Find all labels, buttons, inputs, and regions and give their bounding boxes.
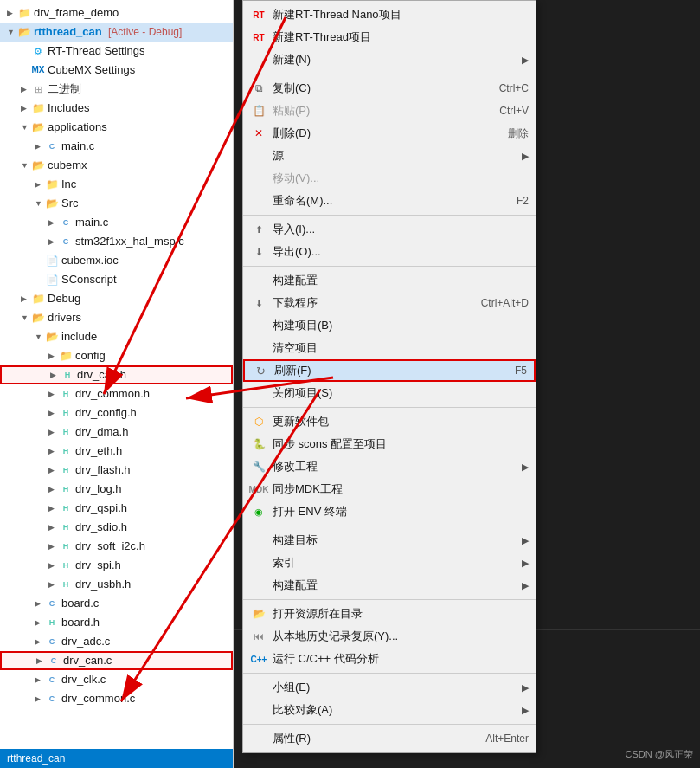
submenu-arrow: ▶ — [522, 558, 529, 569]
generic-file-icon: 📄 — [45, 273, 59, 287]
scons-icon: 🐍 — [250, 436, 267, 453]
tree-item-applications[interactable]: ▼ 📂 applications — [0, 118, 233, 137]
tree-item-src[interactable]: ▼ 📂 Src — [0, 194, 233, 213]
menu-item-open-source-dir[interactable]: 📂 打开资源所在目录 — [243, 603, 536, 625]
tree-label: board.c — [61, 594, 99, 613]
tree-item-drv-flash-h[interactable]: ▶ H drv_flash.h — [0, 461, 233, 480]
tree-item-rtthread-can[interactable]: ▼ 📂 rtthread_can [Active - Debug] — [0, 23, 233, 42]
menu-label: 更新软件包 — [273, 414, 529, 429]
menu-item-delete[interactable]: ✕ 删除(D) 删除 — [243, 122, 536, 145]
tree-item-drv-log-h[interactable]: ▶ H drv_log.h — [0, 480, 233, 499]
tree-item-board-h[interactable]: ▶ H board.h — [0, 613, 233, 632]
menu-item-properties[interactable]: 属性(R) Alt+Enter — [243, 727, 536, 750]
folder-icon: 📁 — [31, 101, 45, 115]
tree-item-drv-adc-c[interactable]: ▶ C drv_adc.c — [0, 632, 233, 651]
tree-arrow: ▶ — [48, 580, 59, 589]
menu-label: 比较对象(A) — [273, 702, 515, 718]
tree-label: Inc — [61, 175, 76, 194]
tree-item-drv-can-c[interactable]: ▶ C drv_can.c — [0, 651, 233, 670]
menu-item-update-software[interactable]: ⬡ 更新软件包 — [243, 410, 536, 433]
menu-item-open-env[interactable]: ◉ 打开 ENV 终端 — [243, 500, 536, 523]
tree-item-drv-soft-i2c-h[interactable]: ▶ H drv_soft_i2c.h — [0, 537, 233, 556]
status-bar-label: rtthread_can — [7, 752, 65, 765]
menu-item-close-project[interactable]: 关闭项目(S) — [243, 382, 536, 404]
tree-item-drv-spi-h[interactable]: ▶ H drv_spi.h — [0, 556, 233, 575]
tree-item-binary[interactable]: ▶ ⊞ 二进制 — [0, 80, 233, 99]
tree-item-drv-qspi-h[interactable]: ▶ H drv_qspi.h — [0, 499, 233, 518]
menu-item-copy[interactable]: ⧉ 复制(C) Ctrl+C — [243, 77, 536, 100]
menu-item-sync-scons[interactable]: 🐍 同步 scons 配置至项目 — [243, 433, 536, 455]
tree-item-drivers[interactable]: ▼ 📂 drivers — [0, 308, 233, 327]
menu-label: 新建RT-Thread Nano项目 — [273, 7, 529, 23]
menu-item-compare[interactable]: 比较对象(A) ▶ — [243, 699, 536, 721]
tree-item-drv-common-c[interactable]: ▶ C drv_common.c — [0, 689, 233, 708]
tree-arrow: ▶ — [21, 85, 31, 94]
menu-item-restore-local[interactable]: ⏮ 从本地历史记录复原(Y)... — [243, 625, 536, 648]
binary-icon: ⊞ — [31, 82, 45, 96]
tree-arrow: ▶ — [50, 371, 61, 379]
tree-item-cubemx-settings[interactable]: MX CubeMX Settings — [0, 61, 233, 80]
tree-item-main-c-src[interactable]: ▶ C main.c — [0, 213, 233, 232]
c-file-icon: C — [47, 654, 61, 668]
modify-icon: 🔧 — [250, 458, 267, 475]
menu-item-new-sub[interactable]: 新建(N) ▶ — [243, 48, 536, 71]
h-file-icon: H — [59, 520, 73, 534]
menu-item-build-project[interactable]: 构建项目(B) — [243, 314, 536, 337]
tree-item-inc[interactable]: ▶ 📁 Inc — [0, 175, 233, 194]
tree-item-drv-dma-h[interactable]: ▶ H drv_dma.h — [0, 423, 233, 442]
c-file-icon: C — [45, 692, 59, 706]
menu-item-build-config[interactable]: 构建配置 — [243, 269, 536, 292]
delete-icon: ✕ — [250, 125, 267, 142]
tree-item-config[interactable]: ▶ 📁 config — [0, 346, 233, 365]
menu-item-build-target[interactable]: 构建目标 ▶ — [243, 529, 536, 552]
tree-label: board.h — [61, 613, 100, 632]
tree-item-drv-common-h[interactable]: ▶ H drv_common.h — [0, 384, 233, 403]
tree-arrow: ▶ — [48, 485, 59, 494]
menu-item-new-nano[interactable]: RT 新建RT-Thread Nano项目 — [243, 3, 536, 26]
h-file-icon: H — [59, 578, 73, 591]
empty-icon — [250, 532, 267, 549]
menu-item-group[interactable]: 小组(E) ▶ — [243, 676, 536, 699]
tree-item-cubemx-ioc[interactable]: 📄 cubemx.ioc — [0, 251, 233, 270]
menu-label: 构建配置 — [273, 578, 515, 593]
tree-item-drv-sdio-h[interactable]: ▶ H drv_sdio.h — [0, 518, 233, 537]
menu-item-source[interactable]: 源 ▶ — [243, 145, 536, 167]
tree-item-include[interactable]: ▼ 📂 include — [0, 327, 233, 346]
menu-item-run-cpp[interactable]: C++ 运行 C/C++ 代码分析 — [243, 648, 536, 670]
tree-label: CubeMX Settings — [48, 61, 135, 80]
tree-item-drv-frame-demo[interactable]: ▶ 📁 drv_frame_demo — [0, 3, 233, 23]
tree-item-main-c-app[interactable]: ▶ C main.c — [0, 137, 233, 156]
tree-item-drv-clk-c[interactable]: ▶ C drv_clk.c — [0, 670, 233, 689]
generic-file-icon: 📄 — [45, 254, 59, 268]
c-file-icon: C — [45, 673, 59, 687]
menu-item-build-config-2[interactable]: 构建配置 ▶ — [243, 574, 536, 597]
tree-item-drv-usbh-h[interactable]: ▶ H drv_usbh.h — [0, 575, 233, 594]
tree-item-sconscript[interactable]: 📄 SConscript — [0, 270, 233, 289]
menu-item-modify-project[interactable]: 🔧 修改工程 ▶ — [243, 455, 536, 478]
tree-item-drv-eth-h[interactable]: ▶ H drv_eth.h — [0, 442, 233, 461]
menu-item-index[interactable]: 索引 ▶ — [243, 552, 536, 574]
tree-label: drv_common.c — [61, 689, 135, 708]
menu-item-clean-project[interactable]: 清空项目 — [243, 337, 536, 359]
menu-item-export[interactable]: ⬇ 导出(O)... — [243, 241, 536, 263]
tree-item-stm32-hal[interactable]: ▶ C stm32f1xx_hal_msp.c — [0, 232, 233, 251]
menu-item-refresh[interactable]: ↻ 刷新(F) F5 — [243, 359, 536, 382]
tree-item-rt-thread-settings[interactable]: ⚙ RT-Thread Settings — [0, 42, 233, 61]
empty-icon — [250, 577, 267, 594]
tree-item-debug[interactable]: ▶ 📁 Debug — [0, 289, 233, 308]
tree-item-drv-can-h[interactable]: ▶ H drv_can.h — [0, 365, 233, 384]
tree-label: Debug — [48, 289, 80, 308]
menu-item-download[interactable]: ⬇ 下载程序 Ctrl+Alt+D — [243, 292, 536, 314]
tree-item-board-c[interactable]: ▶ C board.c — [0, 594, 233, 613]
c-file-icon: C — [59, 216, 73, 229]
c-file-icon: C — [59, 235, 73, 248]
env-icon: ◉ — [250, 503, 267, 520]
menu-item-import[interactable]: ⬆ 导入(I)... — [243, 218, 536, 241]
tree-item-includes[interactable]: ▶ 📁 Includes — [0, 99, 233, 118]
menu-item-sync-mdk[interactable]: MDK 同步MDK工程 — [243, 478, 536, 500]
tree-item-cubemx[interactable]: ▼ 📂 cubemx — [0, 156, 233, 175]
tree-item-drv-config-h[interactable]: ▶ H drv_config.h — [0, 403, 233, 423]
menu-shortcut: Alt+Enter — [485, 733, 529, 745]
menu-item-rename[interactable]: 重命名(M)... F2 — [243, 190, 536, 212]
menu-item-new-rt[interactable]: RT 新建RT-Thread项目 — [243, 26, 536, 48]
